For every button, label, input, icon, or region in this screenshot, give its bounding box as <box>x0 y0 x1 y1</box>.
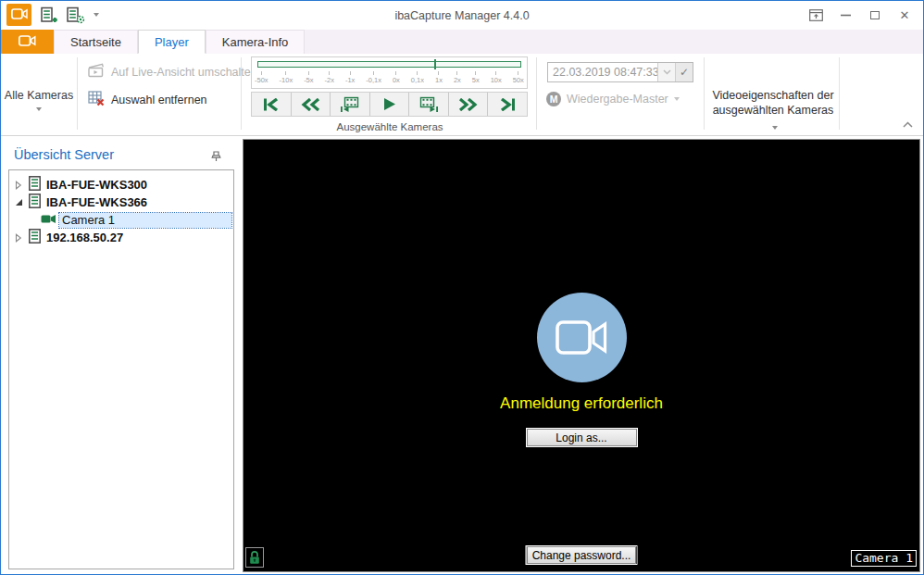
all-cameras-label: Alle Kameras <box>3 89 75 102</box>
datetime-field: 22.03.2019 08:47:33 ✓ <box>547 62 693 82</box>
ribbon-tabstrip: Startseite Player Kamera-Info <box>1 30 923 54</box>
tab-startseite[interactable]: Startseite <box>54 30 138 54</box>
live-view-icon <box>88 63 105 81</box>
playback-master-dropdown-icon <box>674 97 680 101</box>
master-badge-icon: M <box>546 92 561 106</box>
playback-speed-slider[interactable]: -50x -10x -5x -2x -1x -0,1x 0x 0,1x 1x 2… <box>251 56 528 89</box>
fast-rewind-button[interactable] <box>292 93 331 116</box>
server-panel-title: Übersicht Server <box>14 147 114 162</box>
server-tree: IBA-FUE-WKS300 IBA-FUE-WKS366 Camera 1 <box>8 169 234 569</box>
server-icon <box>29 229 41 246</box>
quick-access-dropdown-icon[interactable] <box>94 13 99 17</box>
maximize-button[interactable] <box>860 1 890 29</box>
lock-icon <box>245 547 264 568</box>
playback-controls <box>251 92 528 117</box>
play-button[interactable] <box>370 93 410 116</box>
server-label: IBA-FUE-WKS300 <box>46 178 147 192</box>
login-required-message: Anmeldung erforderlich <box>500 394 663 413</box>
camera-label-selected[interactable]: Camera 1 <box>59 213 231 228</box>
selected-cameras-group-label: Ausgewählte Kameras <box>243 121 536 132</box>
quick-access-toolbar <box>6 4 99 26</box>
remove-selection-label: Auswahl entfernen <box>111 94 207 106</box>
ribbon-display-options-button[interactable] <box>801 1 830 29</box>
server-icon <box>29 194 41 211</box>
speed-slider-track[interactable] <box>257 61 521 68</box>
all-cameras-dropdown-icon <box>36 107 42 111</box>
expand-collapsed-icon[interactable] <box>15 233 29 243</box>
all-cameras-button[interactable]: Alle Kameras <box>1 54 77 135</box>
expand-expanded-icon[interactable] <box>15 198 29 206</box>
minimize-button[interactable] <box>830 1 860 29</box>
tree-row-camera-1[interactable]: Camera 1 <box>9 211 233 229</box>
step-frame-forward-button[interactable] <box>409 93 449 116</box>
app-menu-button[interactable] <box>6 4 31 26</box>
app-camera-icon <box>11 6 28 23</box>
datetime-apply-button[interactable]: ✓ <box>675 63 693 81</box>
file-tab-camera-icon <box>19 33 36 50</box>
expand-collapsed-icon[interactable] <box>15 181 29 190</box>
camera-icon <box>41 213 56 227</box>
skip-to-end-button[interactable] <box>488 93 527 116</box>
video-properties-label: Videoeigenschaften der ausgewählten Kame… <box>712 89 833 117</box>
add-camera-icon[interactable] <box>40 6 58 24</box>
video-properties-button[interactable]: Videoeigenschaften der ausgewählten Kame… <box>709 88 837 133</box>
collapse-ribbon-button[interactable] <box>899 119 916 130</box>
server-label: 192.168.50.27 <box>46 231 123 244</box>
switch-live-view-button[interactable]: Auf Live-Ansicht umschalten <box>88 63 257 81</box>
remove-selection-button[interactable]: Auswahl entfernen <box>88 91 207 109</box>
camera-settings-icon[interactable] <box>67 6 85 24</box>
main-area: Übersicht Server <box>1 136 923 574</box>
tree-row-server-ip[interactable]: 192.168.50.27 <box>9 229 233 246</box>
speed-slider-marker[interactable] <box>434 59 436 69</box>
tab-player[interactable]: Player <box>138 30 206 54</box>
speed-tick-labels: -50x -10x -5x -2x -1x -0,1x 0x 0,1x 1x 2… <box>255 71 524 84</box>
fast-forward-button[interactable] <box>449 93 489 116</box>
tree-row-server-wks300[interactable]: IBA-FUE-WKS300 <box>9 176 233 194</box>
camera-circle-icon <box>537 293 627 382</box>
login-as-button[interactable]: Login as... <box>527 429 637 446</box>
switch-live-view-label: Auf Live-Ansicht umschalten <box>111 66 257 79</box>
skip-to-start-button[interactable] <box>252 93 292 116</box>
step-frame-back-button[interactable] <box>331 93 370 116</box>
video-properties-dropdown-icon <box>772 126 778 130</box>
change-password-button[interactable]: Change password... <box>527 546 637 564</box>
playback-master-button[interactable]: M Wiedergabe-Master <box>546 92 680 106</box>
pin-icon[interactable] <box>211 149 221 166</box>
window-controls: ✕ <box>801 1 919 29</box>
server-icon <box>29 176 41 194</box>
video-display-area: Anmeldung erforderlich Login as... Chang… <box>243 139 920 572</box>
app-window: ibaCapture Manager 4.4.0 ✕ Startseite Pl… <box>0 0 924 575</box>
file-tab[interactable] <box>1 30 54 54</box>
ribbon: Alle Kameras Auf Live-Ansicht umschalten <box>1 54 923 136</box>
datetime-dropdown-button[interactable] <box>657 63 675 81</box>
datetime-input[interactable]: 22.03.2019 08:47:33 <box>548 63 657 81</box>
titlebar: ibaCapture Manager 4.4.0 ✕ <box>1 1 923 30</box>
server-label: IBA-FUE-WKS366 <box>46 195 147 209</box>
remove-selection-icon <box>88 91 105 109</box>
tab-kamera-info[interactable]: Kamera-Info <box>206 30 306 54</box>
playback-master-label: Wiedergabe-Master <box>567 93 668 106</box>
close-button[interactable]: ✕ <box>890 1 919 29</box>
tree-row-server-wks366[interactable]: IBA-FUE-WKS366 <box>9 194 233 211</box>
server-overview-panel: Übersicht Server <box>4 140 239 570</box>
window-title: ibaCapture Manager 4.4.0 <box>140 9 784 22</box>
camera-name-overlay: Camera 1 <box>851 550 917 567</box>
